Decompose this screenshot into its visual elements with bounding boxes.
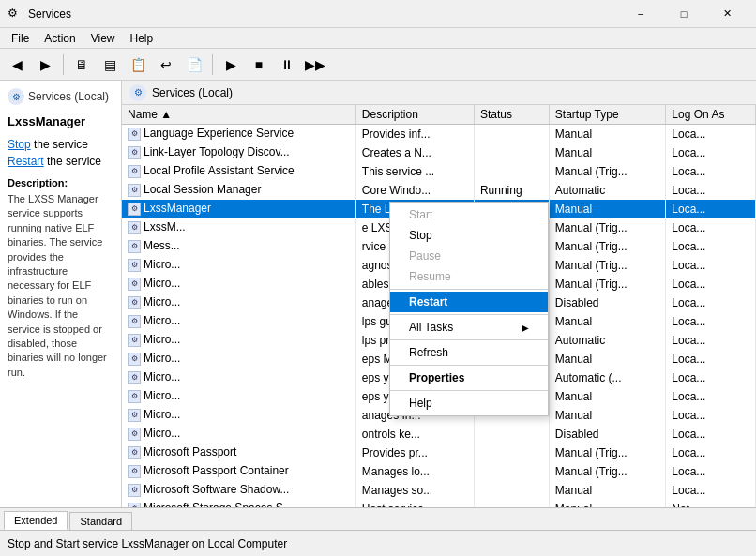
right-panel-icon: ⚙ bbox=[129, 84, 146, 101]
cell-startup: Manual (Trig... bbox=[549, 218, 666, 237]
pause-service-button[interactable]: ⏸ bbox=[274, 52, 300, 78]
left-panel-header: ⚙ Services (Local) bbox=[8, 88, 113, 105]
cell-logon: Loca... bbox=[666, 350, 756, 368]
start-service-button[interactable]: ▶ bbox=[218, 52, 244, 78]
cell-name: ⚙Mess... bbox=[122, 237, 355, 256]
cell-logon: Loca... bbox=[666, 312, 756, 331]
title-bar-controls: − □ ✕ bbox=[619, 0, 748, 28]
col-startup-type[interactable]: Startup Type bbox=[549, 105, 666, 125]
cell-startup: Manual (Trig... bbox=[549, 237, 666, 256]
left-panel-title: Services (Local) bbox=[28, 90, 109, 103]
context-menu-item-properties[interactable]: Properties bbox=[390, 368, 548, 388]
cell-name: ⚙Micro... bbox=[122, 350, 355, 368]
table-row[interactable]: ⚙Local Session ManagerCore Windo...Runni… bbox=[122, 181, 756, 200]
restart-action-text: Restart the service bbox=[8, 155, 113, 168]
cell-description: Core Windo... bbox=[355, 181, 474, 200]
close-button[interactable]: ✕ bbox=[705, 0, 748, 28]
cell-description: This service ... bbox=[355, 162, 474, 181]
maximize-button[interactable]: □ bbox=[662, 0, 705, 28]
cell-startup: Manual (Trig... bbox=[549, 275, 666, 293]
cell-startup: Manual (Trig... bbox=[549, 443, 666, 462]
show-list-button[interactable]: ▤ bbox=[97, 52, 123, 78]
table-row[interactable]: ⚙Microsoft Passport ContainerManages lo.… bbox=[122, 462, 756, 481]
cell-name: ⚙Local Profile Assistant Service bbox=[122, 162, 355, 181]
bottom-tabs: Extended Standard bbox=[0, 507, 756, 530]
table-row[interactable]: ⚙Microsoft Storage Spaces S...Host servi… bbox=[122, 500, 756, 508]
cell-description: Host service... bbox=[355, 500, 474, 508]
cell-name: ⚙Microsoft Passport bbox=[122, 443, 355, 462]
table-row[interactable]: ⚙Language Experience ServiceProvides inf… bbox=[122, 125, 756, 143]
menu-item-file[interactable]: File bbox=[4, 30, 37, 47]
col-logon[interactable]: Log On As bbox=[666, 105, 756, 125]
cell-logon: Loca... bbox=[666, 425, 756, 443]
cell-name: ⚙Microsoft Storage Spaces S... bbox=[122, 500, 355, 508]
show-computer-button[interactable]: 🖥 bbox=[68, 52, 95, 78]
cell-status bbox=[474, 162, 549, 181]
col-description[interactable]: Description bbox=[355, 105, 474, 125]
col-status[interactable]: Status bbox=[474, 105, 549, 125]
context-menu-item-all-tasks[interactable]: All Tasks▶ bbox=[390, 317, 548, 338]
panel-header-icon: ⚙ bbox=[8, 88, 24, 105]
cell-logon: Loca... bbox=[666, 143, 756, 162]
cell-name: ⚙Local Session Manager bbox=[122, 181, 355, 200]
cell-logon: Loca... bbox=[666, 162, 756, 181]
status-bar: Stop and Start service LxssManager on Lo… bbox=[0, 530, 756, 556]
table-row[interactable]: ⚙Local Profile Assistant ServiceThis ser… bbox=[122, 162, 756, 181]
cell-startup: Manual bbox=[549, 500, 666, 508]
table-row[interactable]: ⚙Microsoft PassportProvides pr...Manual … bbox=[122, 443, 756, 462]
table-row[interactable]: ⚙Micro...ontrols ke...DisabledLoca... bbox=[122, 425, 756, 443]
cell-startup: Manual bbox=[549, 125, 666, 143]
context-menu-item-resume: Resume bbox=[390, 266, 548, 287]
stop-service-link[interactable]: Stop bbox=[8, 138, 31, 151]
minimize-button[interactable]: − bbox=[619, 0, 662, 28]
cell-name: ⚙Micro... bbox=[122, 406, 355, 425]
cell-name: ⚙Micro... bbox=[122, 312, 355, 331]
context-menu-item-restart[interactable]: Restart bbox=[390, 292, 548, 312]
cell-description: Manages lo... bbox=[355, 462, 474, 481]
toolbar: ◀ ▶ 🖥 ▤ 📋 ↩ 📄 ▶ ■ ⏸ ▶▶ bbox=[0, 49, 756, 81]
menu-item-view[interactable]: View bbox=[83, 30, 123, 47]
app-icon: ⚙ bbox=[8, 7, 23, 22]
cell-logon: Loca... bbox=[666, 481, 756, 500]
cell-startup: Automatic bbox=[549, 331, 666, 350]
context-menu-item-start: Start bbox=[390, 204, 548, 225]
context-menu-separator bbox=[390, 314, 548, 315]
context-menu-item-stop[interactable]: Stop bbox=[390, 225, 548, 246]
tab-extended[interactable]: Extended bbox=[4, 511, 68, 530]
stop-action-text: Stop the service bbox=[8, 138, 113, 151]
context-menu-separator bbox=[390, 339, 548, 340]
cell-logon: Loca... bbox=[666, 462, 756, 481]
cell-status bbox=[474, 481, 549, 500]
stop-service-button[interactable]: ■ bbox=[246, 52, 272, 78]
cell-name: ⚙Micro... bbox=[122, 368, 355, 387]
back-button[interactable]: ◀ bbox=[4, 52, 30, 78]
context-menu-item-help[interactable]: Help bbox=[390, 393, 548, 413]
cell-name: ⚙Micro... bbox=[122, 387, 355, 406]
menu-item-help[interactable]: Help bbox=[123, 30, 161, 47]
restart-service-link[interactable]: Restart bbox=[8, 155, 44, 168]
cell-status bbox=[474, 125, 549, 143]
table-row[interactable]: ⚙Link-Layer Topology Discov...Creates a … bbox=[122, 143, 756, 162]
cell-logon: Loca... bbox=[666, 181, 756, 200]
menu-item-action[interactable]: Action bbox=[37, 30, 83, 47]
restart-service-button[interactable]: ▶▶ bbox=[302, 52, 328, 78]
cell-name: ⚙Micro... bbox=[122, 293, 355, 312]
cell-startup: Manual (Trig... bbox=[549, 256, 666, 275]
left-panel: ⚙ Services (Local) LxssManager Stop the … bbox=[0, 81, 122, 507]
cell-name: ⚙Micro... bbox=[122, 275, 355, 293]
table-row[interactable]: ⚙Microsoft Software Shadow...Manages so.… bbox=[122, 481, 756, 500]
export-button[interactable]: 📄 bbox=[181, 52, 207, 78]
context-menu-item-refresh[interactable]: Refresh bbox=[390, 342, 548, 363]
table-header: Name ▲ Description Status Startup Type L… bbox=[122, 105, 756, 125]
refresh-button[interactable]: ↩ bbox=[153, 52, 179, 78]
cell-description: Creates a N... bbox=[355, 143, 474, 162]
forward-button[interactable]: ▶ bbox=[32, 52, 58, 78]
cell-logon: Loca... bbox=[666, 368, 756, 387]
properties-button[interactable]: 📋 bbox=[125, 52, 151, 78]
cell-startup: Manual bbox=[549, 312, 666, 331]
col-name[interactable]: Name ▲ bbox=[122, 105, 355, 125]
cell-name: ⚙Micro... bbox=[122, 425, 355, 443]
tab-standard[interactable]: Standard bbox=[69, 512, 132, 530]
cell-startup: Manual bbox=[549, 200, 666, 218]
cell-name: ⚙LxssM... bbox=[122, 218, 355, 237]
